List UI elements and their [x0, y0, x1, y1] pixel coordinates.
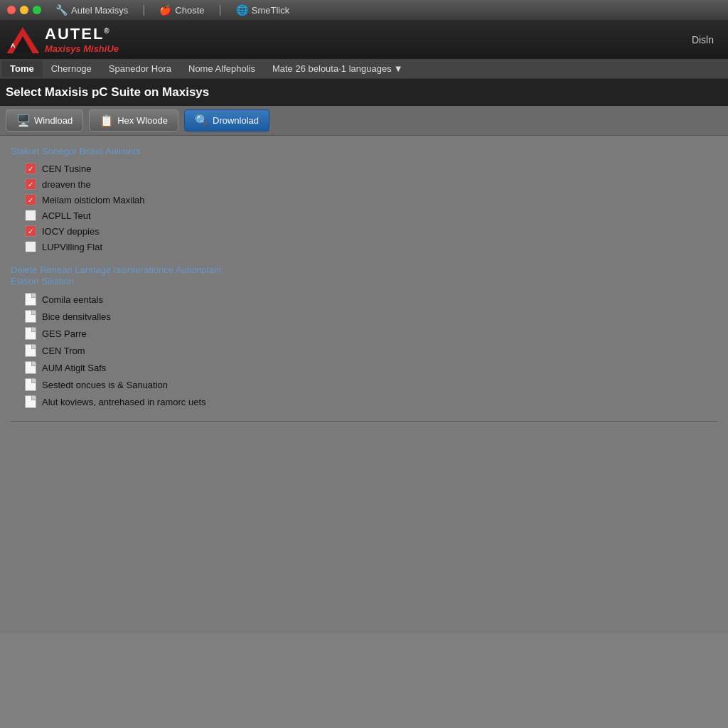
- list-item-label: IOCY deppies: [42, 226, 100, 237]
- section1-link[interactable]: Slakurt Sonegor Briiuo Auiiniers: [11, 146, 717, 156]
- brand-right-label: Disln: [692, 34, 714, 46]
- list-item: LUPVilling Flat: [11, 239, 717, 255]
- section2-link2[interactable]: Elation Siliation: [11, 276, 717, 287]
- list-item-label: AUM Atiglt Safs: [42, 363, 106, 373]
- autel-logo-icon: A: [7, 26, 39, 53]
- list-item: AUM Atiglt Safs: [11, 359, 717, 376]
- list-item-label: Bice densitvalles: [42, 311, 111, 322]
- list-item: Bice densitvalles: [11, 308, 717, 325]
- dropdown-arrow-icon: ▼: [394, 63, 403, 74]
- title-bar-app2: 🍎 Choste: [159, 4, 204, 16]
- list-item: CEN Trom: [11, 342, 717, 359]
- title-bar: 🔧 Autel Maxisys | 🍎 Choste | 🌐 SmeTlick: [0, 0, 728, 20]
- list-item: ✓ Meilam oisticlom Maxilah: [11, 192, 717, 208]
- traffic-lights: [7, 6, 41, 14]
- brand-text: AUTEL® Maxisys MishiUe: [45, 25, 119, 54]
- list-item: ACPLL Teut: [11, 208, 717, 223]
- file-icon: [25, 395, 36, 408]
- list-item-label: LUPVilling Flat: [42, 242, 102, 252]
- checkbox-unchecked[interactable]: [25, 241, 36, 252]
- hex-wloode-button[interactable]: 📋 Hex Wloode: [89, 109, 178, 132]
- bottom-divider: [11, 421, 717, 422]
- checkbox-checked[interactable]: ✓: [25, 194, 36, 205]
- file-icon: [25, 293, 36, 306]
- list-item: ✓ dreaven the: [11, 176, 717, 192]
- windload-icon: 🖥️: [16, 114, 31, 127]
- list-item-label: Sestedt oncues is & Sanuation: [42, 380, 168, 390]
- checkbox-unchecked[interactable]: [25, 210, 36, 221]
- list-item: Comila eentals: [11, 291, 717, 308]
- list-item-label: ACPLL Teut: [42, 210, 91, 221]
- list-item: Sestedt oncues is & Sanuation: [11, 376, 717, 393]
- title-bar-app1: 🔧 Autel Maxisys: [55, 4, 128, 16]
- brand-logo: A AUTEL® Maxisys MishiUe: [7, 25, 119, 54]
- section-divider: [11, 255, 717, 259]
- nav-item-tome[interactable]: Tome: [1, 60, 43, 77]
- list-item-label: Meilam oisticlom Maxilah: [42, 195, 144, 205]
- section2-link1[interactable]: Delete Renean Lanrlage Isisnrerationce A…: [11, 264, 717, 275]
- list-item-label: Comila eentals: [42, 294, 103, 305]
- app3-icon: 🌐: [236, 4, 248, 16]
- list-item: ✓ CEN Tusine: [11, 161, 717, 176]
- file-icon: [25, 361, 36, 374]
- page-title-bar: Select Maxisis pC Suite on Maxisys: [0, 79, 728, 106]
- file-icon: [25, 310, 36, 323]
- nav-item-mate[interactable]: Mate 26 belouta·1 languages ▼: [264, 60, 412, 77]
- section2-list: Comila eentals Bice densitvalles GES Par…: [11, 291, 717, 410]
- app2-icon: 🍎: [159, 4, 171, 16]
- brand-subtitle: Maxisys MishiUe: [45, 43, 119, 54]
- maximize-button[interactable]: [33, 6, 41, 14]
- section1-list: ✓ CEN Tusine ✓ dreaven the ✓ Meilam oist…: [11, 161, 717, 255]
- list-item: GES Parre: [11, 325, 717, 342]
- file-icon: [25, 344, 36, 357]
- checkbox-checked[interactable]: ✓: [25, 163, 36, 174]
- title-bar-app3: 🌐 SmeTlick: [236, 4, 289, 16]
- separator1: |: [142, 4, 145, 16]
- app1-icon: 🔧: [55, 4, 68, 16]
- section2-links: Delete Renean Lanrlage Isisnrerationce A…: [11, 264, 717, 287]
- close-button[interactable]: [7, 6, 16, 14]
- checkbox-checked[interactable]: ✓: [25, 225, 36, 237]
- file-icon: [25, 327, 36, 340]
- content-area: Slakurt Sonegor Briiuo Auiiniers ✓ CEN T…: [0, 136, 728, 633]
- list-item-label: dreaven the: [42, 179, 91, 190]
- page-title: Select Maxisis pC Suite on Maxisys: [6, 85, 209, 100]
- drownload-icon: 🔍: [195, 114, 209, 127]
- nav-bar: Tome Chernoge Spanedor Hora Nome Alfepho…: [0, 59, 728, 79]
- brand-name: AUTEL®: [45, 25, 119, 43]
- brand-bar: A AUTEL® Maxisys MishiUe Disln: [0, 20, 728, 59]
- list-item-label: Alut koviews, antrehased in ramorc uets: [42, 397, 206, 407]
- hex-icon: 📋: [100, 114, 114, 127]
- svg-text:A: A: [11, 42, 16, 49]
- brand-trademark: ®: [104, 27, 110, 35]
- windload-button[interactable]: 🖥️ Windload: [6, 109, 83, 132]
- checkbox-checked[interactable]: ✓: [25, 178, 36, 190]
- separator2: |: [219, 4, 222, 16]
- file-icon: [25, 378, 36, 391]
- drownload-button[interactable]: 🔍 Drownlolad: [184, 109, 269, 132]
- list-item-label: CEN Trom: [42, 346, 85, 356]
- list-item: Alut koviews, antrehased in ramorc uets: [11, 393, 717, 410]
- toolbar: 🖥️ Windload 📋 Hex Wloode 🔍 Drownlolad: [0, 106, 728, 136]
- nav-item-chernoge[interactable]: Chernoge: [43, 60, 100, 77]
- list-item-label: CEN Tusine: [42, 164, 91, 174]
- nav-item-spanedor[interactable]: Spanedor Hora: [100, 60, 180, 77]
- list-item: ✓ IOCY deppies: [11, 223, 717, 239]
- list-item-label: GES Parre: [42, 328, 87, 339]
- nav-item-nome[interactable]: Nome Alfepholis: [180, 60, 264, 77]
- minimize-button[interactable]: [20, 6, 28, 14]
